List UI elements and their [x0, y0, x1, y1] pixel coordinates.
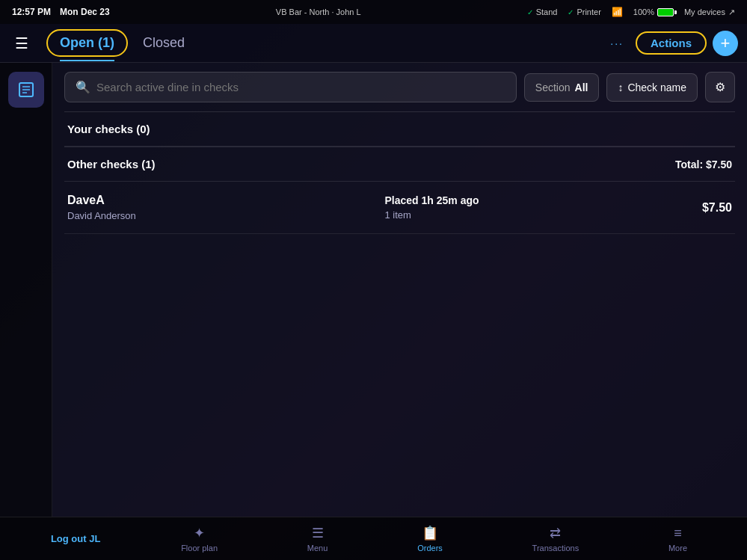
check-customer-name: DaveA	[67, 194, 372, 207]
check-amount: $7.50	[702, 201, 732, 215]
check-name-label: Check name	[627, 81, 686, 93]
nav-item-more[interactable]: ≡ More	[660, 523, 696, 556]
search-box: 🔍	[64, 72, 517, 102]
other-checks-title: Other checks (1)	[67, 158, 156, 170]
section-value: All	[575, 81, 588, 93]
main-content: 🔍 Section All ↕ Check name ⚙ Your	[52, 63, 747, 517]
status-date: Mon Dec 23	[60, 7, 110, 17]
filter-icon: ⚙	[715, 81, 725, 93]
nav-item-transactions[interactable]: ⇄ Transactions	[523, 522, 588, 556]
nav-item-floor-plan[interactable]: ✦ Floor plan	[172, 522, 227, 556]
search-input[interactable]	[96, 81, 505, 93]
other-checks-header: Other checks (1) Total: $7.50	[64, 147, 735, 182]
filter-button[interactable]: ⚙	[705, 72, 735, 102]
orders-icon: 📋	[422, 525, 438, 541]
status-my-devices[interactable]: My devices ↗	[684, 7, 735, 17]
more-dots-button[interactable]: ···	[604, 34, 630, 52]
check-info-mid: Placed 1h 25m ago 1 item	[384, 194, 689, 221]
hamburger-button[interactable]: ☰	[9, 31, 34, 55]
search-icon: 🔍	[76, 80, 90, 94]
nav-item-orders[interactable]: 📋 Orders	[408, 522, 452, 556]
status-wifi: 📶	[612, 7, 623, 17]
section-label: Section	[535, 81, 571, 93]
nav-item-menu[interactable]: ☰ Menu	[298, 522, 337, 556]
status-venue: VB Bar - North · John L	[276, 7, 361, 16]
transactions-label: Transactions	[532, 544, 580, 553]
menu-label: Menu	[307, 544, 328, 553]
tab-closed[interactable]: Closed	[131, 31, 197, 55]
status-printer: ✓ Printer	[568, 7, 600, 16]
tabs-container: Open (1) Closed	[46, 29, 592, 57]
check-name-sort-button[interactable]: ↕ Check name	[606, 73, 698, 102]
sidebar	[0, 63, 52, 517]
bottom-nav: Log out JL ✦ Floor plan ☰ Menu 📋 Orders …	[0, 517, 747, 560]
your-checks-section: Your checks (0)	[64, 111, 735, 147]
sort-icon: ↕	[618, 81, 623, 93]
other-checks-total: Total: $7.50	[675, 159, 732, 170]
floor-plan-icon: ✦	[194, 525, 205, 541]
status-battery: 100%	[633, 7, 674, 16]
menu-icon: ☰	[312, 525, 324, 541]
status-time: 12:57 PM	[12, 7, 51, 17]
check-info-left: DaveA David Anderson	[67, 194, 372, 221]
nav-right: ··· Actions +	[604, 31, 738, 56]
logout-button[interactable]: Log out JL	[51, 533, 100, 544]
your-checks-header: Your checks (0)	[64, 112, 735, 147]
tab-open[interactable]: Open (1)	[46, 29, 128, 57]
check-items-count: 1 item	[384, 209, 689, 221]
section-filter-button[interactable]: Section All	[524, 73, 600, 102]
check-server-name: David Anderson	[67, 210, 372, 221]
check-placed-time: Placed 1h 25m ago	[384, 194, 689, 206]
add-check-button[interactable]: +	[713, 31, 738, 56]
other-checks-section: Other checks (1) Total: $7.50 DaveA Davi…	[64, 147, 735, 234]
search-filter-row: 🔍 Section All ↕ Check name ⚙	[64, 72, 735, 102]
sidebar-checks-icon[interactable]	[8, 72, 44, 108]
actions-button[interactable]: Actions	[636, 31, 707, 55]
your-checks-title: Your checks (0)	[67, 123, 150, 135]
top-nav: ☰ Open (1) Closed ··· Actions +	[0, 24, 747, 63]
content-area: 🔍 Section All ↕ Check name ⚙ Your	[0, 63, 747, 517]
floor-plan-label: Floor plan	[181, 544, 218, 553]
orders-label: Orders	[417, 544, 443, 553]
transactions-icon: ⇄	[550, 525, 561, 541]
table-row[interactable]: DaveA David Anderson Placed 1h 25m ago 1…	[64, 182, 735, 234]
more-nav-icon: ≡	[674, 526, 682, 541]
more-nav-label: More	[668, 544, 687, 553]
status-stand: ✓ Stand	[527, 7, 558, 16]
status-bar: 12:57 PM Mon Dec 23 VB Bar - North · Joh…	[0, 0, 747, 24]
